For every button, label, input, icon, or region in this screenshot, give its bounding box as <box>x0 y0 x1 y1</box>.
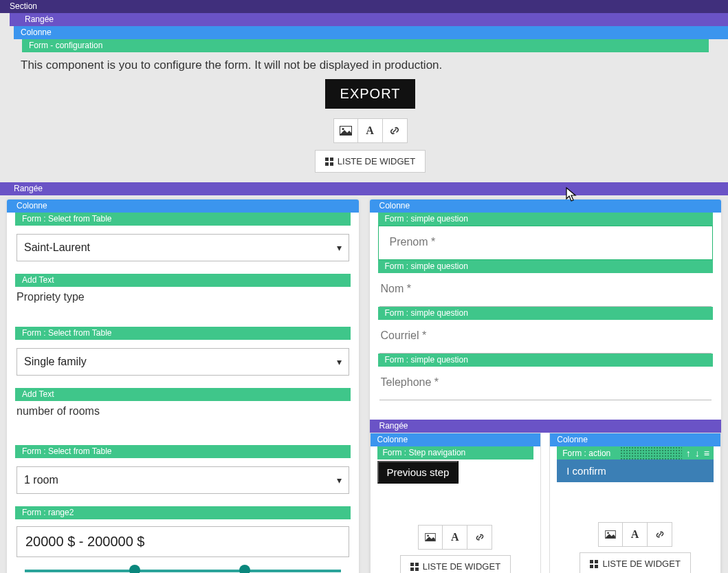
slider-thumb-high[interactable] <box>239 565 250 573</box>
grid-icon <box>590 560 598 568</box>
widget-tag[interactable]: Add Text <box>15 274 351 287</box>
nested-left-toolbar: A <box>418 525 492 550</box>
nested-col-left: Colonne Form : Step navigation Previous … <box>370 433 542 573</box>
right-column: Colonne Form : simple question Form : si… <box>370 199 722 573</box>
courriel-field[interactable] <box>379 320 712 354</box>
row-tag-2[interactable]: Rangée <box>0 182 728 195</box>
widget-tag[interactable]: Form : simple question <box>378 307 714 320</box>
widget-list-button[interactable]: LISTE DE WIDGET <box>315 150 426 173</box>
widget-list-label: LISTE DE WIDGET <box>423 561 500 572</box>
image-icon[interactable] <box>598 522 623 547</box>
link-icon[interactable] <box>383 118 408 143</box>
widget-tag[interactable]: Form : Step navigation <box>377 446 534 460</box>
colonne-tag[interactable]: Colonne <box>14 26 728 39</box>
nested-right-toolbar: A <box>598 522 672 547</box>
config-toolbar: A <box>333 118 408 143</box>
grid-icon <box>410 563 419 571</box>
nom-field[interactable] <box>379 273 712 307</box>
telephone-field[interactable] <box>379 367 712 400</box>
image-icon[interactable] <box>418 525 443 550</box>
range-slider[interactable] <box>16 557 349 573</box>
nested-col-right: Colonne Form : action ↑ ↓ ≡ I confirm <box>549 433 721 573</box>
nested-colonne-tag[interactable]: Colonne <box>550 433 720 446</box>
section-tag[interactable]: Section <box>0 0 728 13</box>
slider-thumb-low[interactable] <box>129 565 140 573</box>
widget-tag[interactable]: Form : Select from Table <box>15 213 351 226</box>
static-text: Propriety type <box>7 287 359 327</box>
nested-row-tag[interactable]: Rangée <box>370 420 722 433</box>
svg-point-1 <box>342 128 344 130</box>
widget-tag[interactable]: Form : range2 <box>15 506 351 519</box>
link-icon[interactable] <box>467 525 492 550</box>
widget-list-label: LISTE DE WIDGET <box>602 559 680 569</box>
svg-point-5 <box>607 532 609 534</box>
form-config-tag[interactable]: Form - configuration <box>22 39 709 52</box>
text-icon[interactable]: A <box>623 522 648 547</box>
image-icon[interactable] <box>333 118 358 143</box>
widget-tag[interactable]: Form : Select from Table <box>15 445 351 458</box>
link-icon[interactable] <box>648 522 672 547</box>
widget-list-button[interactable]: LISTE DE WIDGET <box>580 552 690 573</box>
select-value: 1 room <box>24 474 58 486</box>
range-display: 20000 $ - 200000 $ <box>16 526 349 557</box>
widget-tag[interactable]: Form : simple question <box>378 354 714 367</box>
select-value: Single family <box>24 356 87 368</box>
colonne-tag-left[interactable]: Colonne <box>7 199 359 213</box>
dotted-band <box>620 446 682 460</box>
widget-tag[interactable]: Add Text <box>15 388 351 401</box>
widget-list-label: LISTE DE WIDGET <box>338 156 415 166</box>
previous-step-button[interactable]: Previous step <box>377 461 459 484</box>
move-down-icon[interactable]: ↓ <box>695 448 700 459</box>
left-column: Colonne Form : Select from Table Saint-L… <box>7 199 359 573</box>
nested-colonne-tag[interactable]: Colonne <box>371 433 541 446</box>
widget-tag[interactable]: Form : simple question <box>378 260 714 273</box>
prenom-field[interactable] <box>388 226 703 259</box>
menu-icon[interactable]: ≡ <box>704 448 709 459</box>
move-up-icon[interactable]: ↑ <box>686 448 691 459</box>
row-tag[interactable]: Rangée <box>10 13 728 26</box>
colonne-tag-right[interactable]: Colonne <box>370 199 722 213</box>
text-icon[interactable]: A <box>443 525 467 550</box>
export-button[interactable]: EXPORT <box>325 79 416 109</box>
widget-tag[interactable]: Form : Select from Table <box>15 327 351 340</box>
form-config-area: This component is you to configure the f… <box>0 52 728 182</box>
select-district[interactable]: Saint-Laurent <box>16 234 349 261</box>
text-icon[interactable]: A <box>358 118 383 143</box>
svg-point-3 <box>428 534 430 537</box>
select-propriety-type[interactable]: Single family <box>16 348 349 376</box>
select-rooms[interactable]: 1 room <box>16 466 349 494</box>
config-notice: This component is you to configure the f… <box>21 56 720 79</box>
select-value: Saint-Laurent <box>24 241 90 254</box>
widget-tag[interactable]: Form : simple question <box>378 213 714 226</box>
confirm-action-button[interactable]: I confirm <box>557 460 714 482</box>
widget-list-button[interactable]: LISTE DE WIDGET <box>400 555 511 573</box>
grid-icon <box>325 158 333 166</box>
static-text: number of rooms <box>7 401 359 445</box>
widget-tag[interactable]: Form : action <box>557 447 616 460</box>
